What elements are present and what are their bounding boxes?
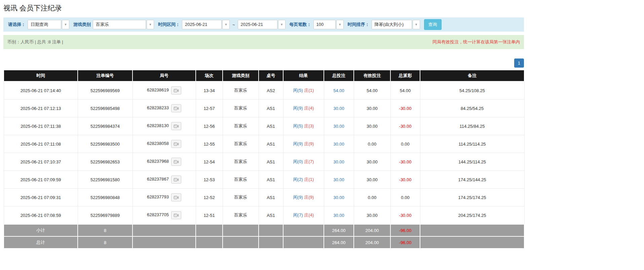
result-cell: 闲(2)庄(1) <box>283 171 324 189</box>
remark-cell: 174.25/174.25 <box>420 189 524 206</box>
total-bet-link[interactable]: 30.00 <box>333 142 344 147</box>
chevron-down-icon[interactable]: ▼ <box>147 20 154 29</box>
valid-bet-cell: 30.00 <box>354 206 390 225</box>
round-id-cell: 628238130 <box>132 117 196 135</box>
select-mode-value[interactable]: 日期查询 <box>28 20 61 29</box>
page-container: 视讯 会员下注纪录 请选择： 日期查询 ▼ 游戏类别 百家乐 ▼ 时间区间： 2… <box>3 3 524 249</box>
video-camera-icon <box>174 88 179 93</box>
video-replay-button[interactable] <box>171 158 181 166</box>
total-bet-link[interactable]: 30.00 <box>333 159 344 164</box>
round-id: 628238233 <box>147 105 169 110</box>
remark-cell: 114.25/114.25 <box>420 135 524 153</box>
result-cell: 闲(9)庄(4) <box>283 100 324 117</box>
payout-cell: 54.00 <box>390 81 420 100</box>
game-type-dropdown[interactable]: 百家乐 ▼ <box>93 20 154 29</box>
session-cell: 12-52 <box>196 189 223 206</box>
remark-cell: 84.25/54.25 <box>420 100 524 117</box>
result-banker: 庄(1) <box>304 177 314 182</box>
sort-order-dropdown[interactable]: 降幂(由大到小) ▼ <box>372 20 420 29</box>
select-mode-label: 请选择： <box>8 22 26 28</box>
table-row: 2025-06-21 07:09:59 522596981580 6282378… <box>4 171 524 189</box>
valid-bet-cell: 54.00 <box>354 81 390 100</box>
video-replay-button[interactable] <box>171 122 181 130</box>
game-type-cell: 百家乐 <box>223 100 259 117</box>
round-id-cell: 628237968 <box>132 153 196 171</box>
remark-cell: 174.25/144.25 <box>420 171 524 189</box>
bet-id-cell: 522596979889 <box>78 206 132 225</box>
session-cell: 13-34 <box>196 81 223 100</box>
total-label: 总计 <box>4 236 78 248</box>
video-camera-icon <box>174 160 179 164</box>
time-cell: 2025-06-21 07:09:31 <box>4 189 78 206</box>
result-player: 闲(9) <box>293 106 303 111</box>
bet-id-cell: 522596985498 <box>78 100 132 117</box>
chevron-down-icon[interactable]: ▼ <box>413 20 420 29</box>
date-from-dropdown[interactable]: 2025-06-21 ▼ <box>182 20 230 29</box>
total-bet-link[interactable]: 30.00 <box>333 106 344 111</box>
payout-cell: -30.00 <box>390 206 420 225</box>
page-size-dropdown[interactable]: 100 ▼ <box>313 20 344 29</box>
table-no-cell: AS1 <box>259 100 283 117</box>
payout-cell: 0.00 <box>390 135 420 153</box>
chevron-down-icon[interactable]: ▼ <box>336 20 344 29</box>
video-replay-button[interactable] <box>171 193 181 201</box>
valid-bet-cell: 30.00 <box>354 171 390 189</box>
remark-cell: 204.25/174.25 <box>420 206 524 225</box>
chevron-down-icon[interactable]: ▼ <box>278 20 286 29</box>
video-replay-button[interactable] <box>171 104 181 112</box>
header-time: 时间 <box>4 70 78 81</box>
subtotal-label: 小计 <box>4 224 78 236</box>
result-banker: 庄(9) <box>304 141 314 146</box>
result-player: 闲(2) <box>293 177 303 182</box>
header-session: 场次 <box>196 70 223 81</box>
time-cell: 2025-06-21 07:11:08 <box>4 135 78 153</box>
table-no-cell: AS2 <box>259 81 283 100</box>
video-camera-icon <box>174 142 179 146</box>
header-valid-bet: 有效投注 <box>354 70 390 81</box>
notice-text: 同局有效投注，统一计算在该局第一张注单内 <box>432 39 520 45</box>
total-bet-link[interactable]: 30.00 <box>333 177 344 182</box>
game-type-cell: 百家乐 <box>223 171 259 189</box>
video-replay-button[interactable] <box>171 86 181 94</box>
video-replay-button[interactable] <box>171 140 181 148</box>
page-size-value[interactable]: 100 <box>313 20 336 29</box>
date-range-separator: ~ <box>232 22 236 27</box>
header-total-bet: 总投注 <box>324 70 354 81</box>
chevron-down-icon[interactable]: ▼ <box>222 20 230 29</box>
round-id-cell: 628238058 <box>132 135 196 153</box>
bet-id-cell: 522596983500 <box>78 135 132 153</box>
chevron-down-icon[interactable]: ▼ <box>62 20 69 29</box>
total-bet-link[interactable]: 30.00 <box>333 213 344 218</box>
game-type-cell: 百家乐 <box>223 189 259 206</box>
total-bet-link[interactable]: 30.00 <box>333 124 344 129</box>
payout-cell: -30.00 <box>390 171 420 189</box>
total-bet-link[interactable]: 54.00 <box>333 88 344 93</box>
select-mode-dropdown[interactable]: 日期查询 ▼ <box>28 20 69 29</box>
result-banker: 庄(3) <box>304 123 314 128</box>
table-row: 2025-06-21 07:09:31 522596980848 6282377… <box>4 189 524 206</box>
search-button[interactable]: 查询 <box>424 19 442 30</box>
total-bet-cell: 30.00 <box>324 135 354 153</box>
valid-bet-cell: 30.00 <box>354 153 390 171</box>
total-payout: -96.00 <box>390 236 420 248</box>
table-no-cell: AS1 <box>259 153 283 171</box>
game-type-cell: 百家乐 <box>223 117 259 135</box>
result-player: 闲(5) <box>293 88 303 93</box>
header-table-no: 桌号 <box>259 70 283 81</box>
video-replay-button[interactable] <box>171 176 181 184</box>
round-id-cell: 628237793 <box>132 189 196 206</box>
currency-total-text: 币别：人民币 | 总共 :8 注单 | <box>7 39 63 45</box>
session-cell: 12-57 <box>196 100 223 117</box>
game-type-cell: 百家乐 <box>223 153 259 171</box>
date-from-value[interactable]: 2025-06-21 <box>182 20 222 29</box>
game-type-value[interactable]: 百家乐 <box>93 20 146 29</box>
sort-order-value[interactable]: 降幂(由大到小) <box>372 20 412 29</box>
payout-cell: -30.00 <box>390 117 420 135</box>
page-1-button[interactable]: 1 <box>514 59 524 68</box>
round-id: 628237968 <box>147 159 169 164</box>
video-replay-button[interactable] <box>171 211 181 219</box>
date-to-value[interactable]: 2025-06-21 <box>238 20 277 29</box>
date-to-dropdown[interactable]: 2025-06-21 ▼ <box>238 20 286 29</box>
result-cell: 闲(9)庄(9) <box>283 189 324 206</box>
total-bet-link[interactable]: 30.00 <box>333 195 344 200</box>
